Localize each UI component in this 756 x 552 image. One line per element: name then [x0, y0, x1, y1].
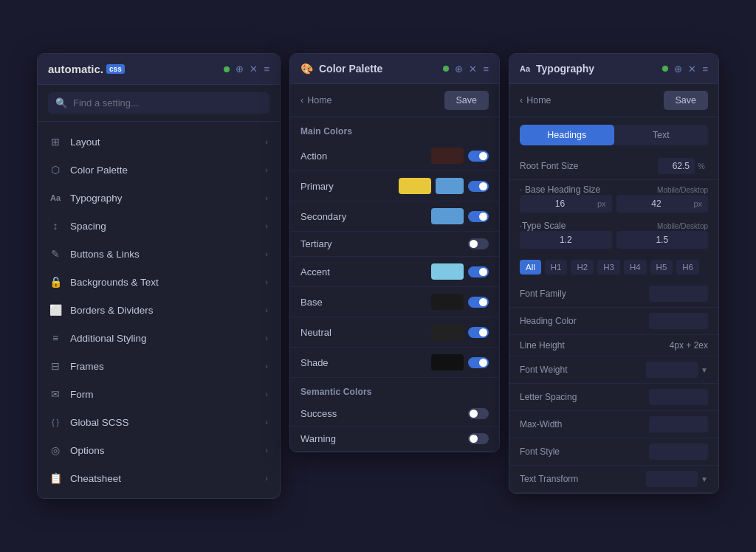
- chevron-icon: ›: [265, 362, 268, 370]
- chevron-icon: ›: [265, 306, 268, 314]
- typography-panel: Aa Typography ⊕ ✕ ≡ ‹ Home Save Headings…: [509, 53, 719, 494]
- action-toggle[interactable]: [468, 151, 489, 162]
- borders-icon: ⬜: [49, 304, 61, 316]
- font-style-input[interactable]: [649, 444, 708, 460]
- text-transform-input[interactable]: [646, 471, 698, 487]
- buttons-icon: ✎: [49, 248, 61, 260]
- font-family-input[interactable]: [649, 286, 708, 302]
- sidebar-item-color-palette[interactable]: ⬡Color Palette ›: [38, 156, 280, 184]
- typography-panel-header: Aa Typography ⊕ ✕ ≡: [509, 54, 718, 84]
- shade-swatch[interactable]: [431, 354, 464, 370]
- sidebar-item-cheatsheet[interactable]: 📋Cheatsheet ›: [38, 464, 280, 492]
- tag-h3[interactable]: H3: [597, 260, 620, 275]
- bullet-label: ·: [520, 185, 522, 194]
- sidebar-item-form[interactable]: ✉Form ›: [38, 380, 280, 408]
- primary-swatch-2[interactable]: [436, 178, 464, 194]
- base-swatch[interactable]: [431, 294, 464, 310]
- back-button-typo[interactable]: ‹ Home: [520, 95, 551, 106]
- warning-label: Warning: [300, 433, 336, 444]
- header-controls: ⊕ ✕ ≡: [224, 63, 269, 75]
- close-icon-3[interactable]: ✕: [688, 63, 696, 75]
- screenshot-wrapper: automatic.css ⊕ ✕ ≡ 🔍 ⊞Layout › ⬡Color P…: [37, 53, 719, 499]
- tag-h4[interactable]: H4: [624, 260, 647, 275]
- close-icon[interactable]: ✕: [250, 63, 258, 75]
- link-icon-2[interactable]: ⊕: [455, 63, 463, 75]
- link-icon[interactable]: ⊕: [236, 63, 244, 75]
- warning-toggle[interactable]: [468, 433, 489, 444]
- chevron-icon: ›: [265, 334, 268, 342]
- letter-spacing-input[interactable]: [649, 389, 708, 405]
- tab-headings[interactable]: Headings: [520, 125, 614, 145]
- nav-label-spacing: Spacing: [70, 221, 106, 232]
- search-input[interactable]: [73, 97, 262, 108]
- primary-toggle[interactable]: [468, 181, 489, 192]
- menu-icon-2[interactable]: ≡: [483, 63, 489, 75]
- accent-toggle[interactable]: [468, 266, 489, 277]
- letter-spacing-label: Letter Spacing: [520, 392, 649, 402]
- primary-swatch-1[interactable]: [399, 178, 431, 194]
- heading-color-label: Heading Color: [520, 316, 649, 326]
- secondary-swatch[interactable]: [431, 208, 464, 224]
- max-width-input[interactable]: [649, 416, 708, 432]
- sidebar-item-borders-dividers[interactable]: ⬜Borders & Dividers ›: [38, 296, 280, 324]
- sidebar-item-frames[interactable]: ⊟Frames ›: [38, 352, 280, 380]
- type-scale-section: · Type Scale Mobile/Desktop: [509, 218, 718, 231]
- nav-label-backgrounds: Backgrounds & Text: [70, 277, 159, 288]
- back-button[interactable]: ‹ Home: [300, 95, 332, 106]
- chevron-icon: ›: [265, 165, 268, 174]
- sidebar-item-global-scss[interactable]: { }Global SCSS ›: [38, 408, 280, 436]
- sidebar-item-buttons-links[interactable]: ✎Buttons & Links ›: [38, 240, 280, 268]
- root-font-size-input[interactable]: [658, 158, 695, 174]
- font-family-label: Font Family: [520, 289, 649, 299]
- heading-color-input[interactable]: [649, 313, 708, 329]
- color-row-neutral: Neutral: [290, 317, 499, 348]
- sidebar-item-typography[interactable]: AaTypography ›: [38, 184, 280, 212]
- chevron-icon: ›: [265, 446, 268, 455]
- color-row-success: Success: [290, 401, 499, 427]
- neutral-toggle[interactable]: [468, 327, 489, 338]
- color-palette-panel: 🎨 Color Palette ⊕ ✕ ≡ ‹ Home Save Main C…: [289, 53, 500, 452]
- sidebar-item-layout[interactable]: ⊞Layout ›: [38, 128, 280, 156]
- neutral-swatch[interactable]: [431, 324, 464, 340]
- shade-toggle[interactable]: [468, 357, 489, 368]
- chevron-icon: ›: [265, 277, 268, 286]
- accent-swatch[interactable]: [431, 263, 464, 280]
- scss-icon: { }: [49, 416, 61, 428]
- chevron-icon: ›: [265, 474, 268, 483]
- search-wrapper[interactable]: 🔍: [48, 92, 269, 114]
- sidebar-item-additional-styling[interactable]: ≡Additional Styling ›: [38, 324, 280, 352]
- font-weight-input[interactable]: [646, 362, 698, 378]
- field-font-weight: Font Weight ▼: [509, 356, 718, 384]
- search-bar: 🔍: [38, 85, 280, 122]
- nav-label-typography: Typography: [70, 193, 123, 204]
- color-palette-icon: ⬡: [49, 164, 61, 176]
- neutral-label: Neutral: [300, 327, 331, 338]
- tertiary-toggle[interactable]: [468, 238, 489, 249]
- status-dot: [224, 66, 230, 72]
- sidebar-panel: automatic.css ⊕ ✕ ≡ 🔍 ⊞Layout › ⬡Color P…: [37, 53, 281, 499]
- success-toggle[interactable]: [468, 408, 489, 419]
- link-icon-3[interactable]: ⊕: [674, 63, 682, 75]
- sidebar-item-spacing[interactable]: ↕Spacing ›: [38, 212, 280, 240]
- base-toggle[interactable]: [468, 297, 489, 308]
- tag-h1[interactable]: H1: [545, 260, 568, 275]
- heading-tags: All H1 H2 H3 H4 H5 H6: [509, 254, 718, 280]
- layout-icon: ⊞: [49, 136, 61, 148]
- tag-all[interactable]: All: [520, 260, 541, 275]
- field-font-style: Font Style: [509, 438, 718, 466]
- menu-icon[interactable]: ≡: [264, 63, 269, 75]
- action-swatch[interactable]: [431, 148, 464, 164]
- secondary-toggle[interactable]: [468, 211, 489, 222]
- tag-h5[interactable]: H5: [650, 260, 673, 275]
- sidebar-item-options[interactable]: ◎Options ›: [38, 436, 280, 464]
- save-button[interactable]: Save: [444, 91, 489, 110]
- close-icon-2[interactable]: ✕: [469, 63, 477, 75]
- menu-icon-3[interactable]: ≡: [702, 63, 708, 75]
- sidebar-item-backgrounds-text[interactable]: 🔒Backgrounds & Text ›: [38, 268, 280, 296]
- back-chevron: ‹: [300, 95, 303, 106]
- nav-label-layout: Layout: [70, 137, 100, 148]
- tag-h6[interactable]: H6: [676, 260, 699, 275]
- save-button-typo[interactable]: Save: [664, 91, 709, 110]
- tag-h2[interactable]: H2: [571, 260, 594, 275]
- tab-text[interactable]: Text: [614, 125, 709, 145]
